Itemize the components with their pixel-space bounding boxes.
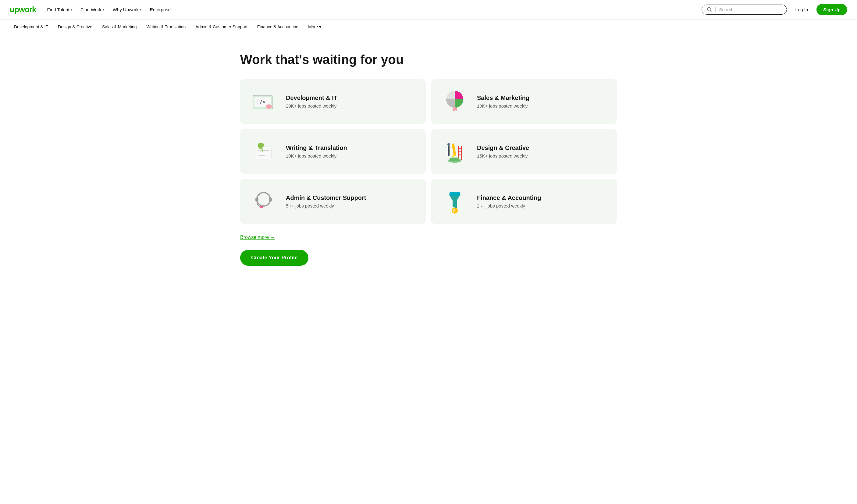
chevron-down-icon: ▾ [71, 8, 72, 11]
admin-support-icon [250, 188, 278, 215]
card-finance-accounting-subtitle: 2K+ jobs posted weekly [477, 203, 541, 208]
sales-marketing-icon [441, 88, 468, 115]
nav-enterprise[interactable]: Enterprise [146, 4, 174, 15]
page-title: Work that's waiting for you [240, 52, 617, 67]
card-design-creative-text: Design & Creative 15K+ jobs posted weekl… [477, 145, 529, 158]
svg-rect-25 [450, 157, 459, 161]
card-finance-accounting[interactable]: $ Finance & Accounting 2K+ jobs posted w… [431, 179, 617, 224]
cat-dev-it[interactable]: Development & IT [10, 22, 52, 31]
card-admin-support[interactable]: Admin & Customer Support 5K+ jobs posted… [240, 179, 426, 224]
cat-finance-accounting[interactable]: Finance & Accounting [253, 22, 303, 31]
card-writing-translation-subtitle: 10K+ jobs posted weekly [286, 153, 347, 158]
chevron-down-icon: ▾ [103, 8, 104, 11]
search-placeholder: Search [719, 7, 734, 12]
cat-admin-support[interactable]: Admin & Customer Support [191, 22, 251, 31]
svg-rect-9 [453, 108, 454, 111]
card-design-creative-subtitle: 15K+ jobs posted weekly [477, 153, 529, 158]
card-admin-support-text: Admin & Customer Support 5K+ jobs posted… [286, 195, 366, 208]
card-sales-marketing[interactable]: Sales & Marketing 10K+ jobs posted weekl… [431, 79, 617, 124]
logo-text: upwork [10, 5, 36, 14]
svg-rect-33 [450, 192, 460, 196]
card-finance-accounting-title: Finance & Accounting [477, 195, 541, 201]
card-dev-it-subtitle: 20K+ jobs posted weekly [286, 103, 337, 108]
svg-rect-17 [458, 148, 462, 149]
finance-accounting-icon: $ [441, 188, 468, 215]
card-writing-translation-text: Writing & Translation 10K+ jobs posted w… [286, 145, 347, 158]
cards-grid: [/> Development & IT 20K+ jobs posted we… [240, 79, 617, 224]
card-sales-marketing-subtitle: 10K+ jobs posted weekly [477, 103, 530, 108]
card-sales-marketing-title: Sales & Marketing [477, 95, 530, 101]
svg-point-23 [448, 143, 450, 146]
card-dev-it-text: Development & IT 20K+ jobs posted weekly [286, 95, 337, 108]
svg-rect-22 [448, 145, 450, 156]
chevron-down-icon: ▾ [140, 8, 141, 11]
nav-why-upwork[interactable]: Why Upwork ▾ [109, 4, 145, 15]
card-admin-support-title: Admin & Customer Support [286, 195, 366, 201]
card-sales-marketing-text: Sales & Marketing 10K+ jobs posted weekl… [477, 95, 530, 108]
chevron-down-icon: ▾ [319, 24, 321, 29]
category-nav: Development & IT Design & Creative Sales… [0, 19, 857, 34]
card-design-creative[interactable]: Design & Creative 15K+ jobs posted weekl… [431, 129, 617, 174]
search-bar[interactable]: Search [702, 4, 787, 15]
svg-rect-28 [269, 198, 272, 202]
svg-text:[/>: [/> [257, 99, 266, 105]
login-button[interactable]: Log In [792, 4, 812, 15]
writing-translation-icon [250, 138, 278, 165]
svg-point-29 [260, 206, 263, 208]
svg-line-1 [710, 10, 711, 11]
cat-design-creative[interactable]: Design & Creative [54, 22, 97, 31]
svg-text:$: $ [453, 208, 456, 213]
card-design-creative-title: Design & Creative [477, 145, 529, 151]
card-finance-accounting-text: Finance & Accounting 2K+ jobs posted wee… [477, 195, 541, 208]
navbar: upwork Find Talent ▾ Find Work ▾ Why Upw… [0, 0, 857, 19]
search-icon [707, 7, 712, 13]
svg-rect-16 [461, 146, 462, 160]
svg-rect-18 [458, 151, 462, 152]
signup-button[interactable]: Sign Up [817, 4, 847, 15]
svg-marker-30 [449, 194, 461, 208]
card-dev-it[interactable]: [/> Development & IT 20K+ jobs posted we… [240, 79, 426, 124]
search-divider [715, 7, 716, 12]
svg-point-26 [257, 192, 270, 206]
card-writing-translation[interactable]: Writing & Translation 10K+ jobs posted w… [240, 129, 426, 174]
card-writing-translation-title: Writing & Translation [286, 145, 347, 151]
svg-rect-19 [458, 154, 462, 155]
svg-point-6 [267, 104, 270, 107]
card-dev-it-title: Development & IT [286, 95, 337, 101]
create-profile-button[interactable]: Create Your Profile [240, 250, 308, 266]
design-creative-icon [441, 138, 468, 165]
nav-find-work[interactable]: Find Work ▾ [77, 4, 108, 15]
svg-rect-10 [456, 108, 457, 111]
nav-find-talent[interactable]: Find Talent ▾ [43, 4, 75, 15]
browse-more-link[interactable]: Browse more → [240, 235, 617, 240]
nav-right: Search Log In Sign Up [702, 4, 847, 15]
nav-links: Find Talent ▾ Find Work ▾ Why Upwork ▾ E… [43, 4, 699, 15]
logo[interactable]: upwork [10, 5, 36, 14]
svg-rect-20 [452, 144, 456, 156]
main-content: Work that's waiting for you [/> Developm… [230, 34, 627, 284]
cat-writing-translation[interactable]: Writing & Translation [142, 22, 190, 31]
cat-more[interactable]: More ▾ [304, 22, 325, 31]
cat-sales-marketing[interactable]: Sales & Marketing [98, 22, 141, 31]
dev-it-icon: [/> [250, 88, 278, 115]
card-admin-support-subtitle: 5K+ jobs posted weekly [286, 203, 366, 208]
